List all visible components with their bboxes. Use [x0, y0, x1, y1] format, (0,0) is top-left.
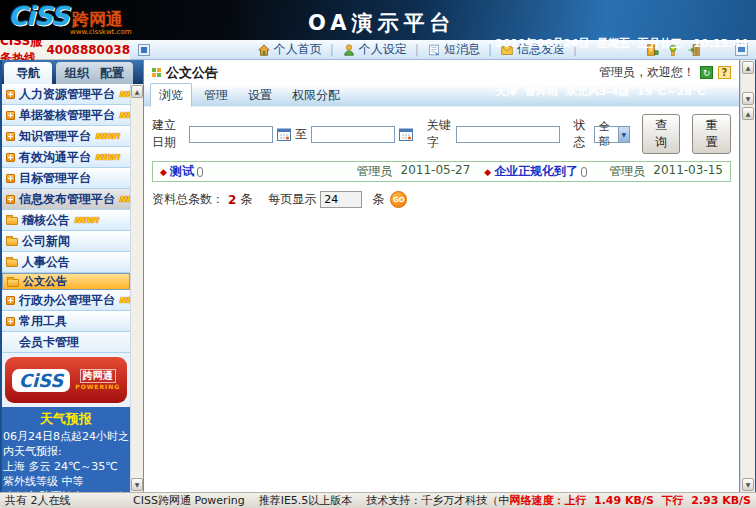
network-speed: 网络速度：上行 1.49 KB/S 下行 2.93 KB/S [509, 493, 751, 508]
sidebar-item-label: 单据签核管理平台 [19, 107, 115, 124]
top-banner: CiSS 跨网通 www.cisskwt.com OA演示平台 2011年06月… [0, 0, 756, 40]
bullet-diamond-icon: ◆ [160, 167, 167, 177]
sidebar-item-form-approval[interactable]: 单据签核管理平台 NEW! [2, 105, 130, 126]
per-page-label: 每页显示 [268, 191, 316, 208]
scroll-down-icon[interactable]: ▼ [131, 478, 143, 491]
sidebar-item-info-publish[interactable]: 信息发布管理平台 NEW! [2, 189, 130, 210]
new-badge: NEW! [95, 132, 120, 141]
per-page-unit: 条 [372, 191, 384, 208]
announcement-link[interactable]: 企业正规化到了 [494, 163, 578, 180]
page-title: OA演示平台 [308, 9, 456, 37]
sidebar-item-company-news[interactable]: 公司新闻 [2, 231, 130, 252]
sidebar-item-audit-notice[interactable]: 稽核公告 NEW! [2, 210, 130, 231]
sidebar-item-membercard[interactable]: 会员卡管理 [2, 332, 130, 353]
sidebar-tab-navigation[interactable]: 导航 [4, 62, 52, 84]
toolbar-separator: | [415, 43, 419, 57]
announcement-list: ◆ 测试 管理员 2011-05-27 ◆ 企业正规化到了 管理员 2011-0… [152, 161, 731, 182]
sidebar-item-label: 目标管理平台 [19, 170, 91, 187]
short-message-link[interactable]: 短消息 [427, 41, 480, 58]
sidebar-item-label: 会员卡管理 [19, 334, 79, 351]
announcement-meta: 管理员 2011-05-27 [357, 163, 471, 180]
logo-url: www.cisskwt.com [70, 29, 132, 36]
create-date-label: 建立日期 [152, 117, 185, 151]
datetime-weather: 2011年06月24日 星期五 五月廿三 10:13:44 天津 雷阵雨 东北风… [495, 4, 748, 132]
content-title: 公文公告 [166, 64, 218, 82]
announcement-author: 管理员 [609, 163, 645, 180]
tab-settings[interactable]: 设置 [240, 84, 280, 106]
tab-permissions[interactable]: 权限分配 [284, 84, 348, 106]
personal-home-link[interactable]: 个人首页 [257, 41, 322, 58]
weather-line: 哈尔滨 阵雨转多云 13℃～25℃ 南风4-5级 紫外线等级 中等 [3, 489, 129, 492]
tab-browse[interactable]: 浏览 [150, 83, 192, 107]
date-to-input[interactable] [311, 126, 395, 143]
sidebar-item-label: 有效沟通平台 [19, 149, 91, 166]
new-badge: NEW! [119, 296, 130, 305]
sidebar-item-label: 人事公告 [22, 254, 70, 271]
new-badge: NEW! [119, 111, 130, 120]
announcement-link[interactable]: 测试 [170, 163, 194, 180]
new-badge: NEW! [74, 216, 99, 225]
keyword-label: 关键字 [427, 117, 452, 151]
sidebar-tab-organization[interactable]: 组织 [65, 65, 89, 82]
folder-icon [6, 259, 18, 267]
sidebar-item-knowledge[interactable]: 知识管理平台 NEW! [2, 126, 130, 147]
sidebar-item-label: 公文公告 [23, 274, 67, 289]
announcement-row: ◆ 测试 管理员 2011-05-27 [153, 163, 477, 180]
go-button[interactable]: GO [390, 191, 407, 208]
calendar-icon[interactable] [399, 128, 413, 141]
sidebar-item-communication[interactable]: 有效沟通平台 NEW! [2, 147, 130, 168]
announcement-author: 管理员 [357, 163, 393, 180]
tab-manage[interactable]: 管理 [196, 84, 236, 106]
sidebar-scrollbar[interactable]: ▲ ▼ [130, 84, 143, 492]
scroll-down-icon[interactable]: ▼ [742, 478, 754, 491]
ciss-logo-tagline: POWERING [75, 383, 120, 390]
weather-panel: 天气预报 06月24日8点起24小时之内天气预报: 上海 多云 24℃～35℃ … [2, 407, 130, 492]
plus-icon [6, 132, 15, 141]
sidebar-tab-configuration[interactable]: 配置 [100, 65, 124, 82]
ciss-logo-badge: CiSS 跨网通 POWERING [5, 357, 127, 403]
scroll-up-icon[interactable]: ▲ [131, 85, 143, 98]
personal-settings-link[interactable]: 个人设定 [342, 41, 407, 58]
sidebar-item-doc-notice[interactable]: 公文公告 [2, 273, 130, 290]
per-page-input[interactable] [320, 191, 362, 208]
footer-info: CISS跨网通 Powering 推荐IE5.5以上版本 技术支持：千乡万才科技… [133, 493, 509, 508]
new-badge: NEW! [119, 90, 130, 99]
folder-icon [6, 238, 18, 246]
plus-icon [6, 317, 15, 326]
plus-icon [6, 111, 15, 120]
new-badge: NEW! [95, 153, 120, 162]
sidebar-item-common-tools[interactable]: 常用工具 [2, 311, 130, 332]
calendar-icon[interactable] [277, 128, 291, 141]
pagination-bar: 资料总条数： 2 条 每页显示 条 GO [144, 182, 739, 217]
weather-title: 天气预报 [3, 411, 129, 426]
sidebar-item-hr-platform[interactable]: 人力资源管理平台 NEW! [2, 84, 130, 105]
logo-text: CiSS [8, 1, 68, 31]
announcement-row: ◆ 企业正规化到了 管理员 2011-03-15 [477, 163, 730, 180]
message-icon [427, 43, 441, 57]
total-unit: 条 [240, 191, 252, 208]
sidebar-item-goal[interactable]: 目标管理平台 [2, 168, 130, 189]
sidebar-menu: 人力资源管理平台 NEW! 单据签核管理平台 NEW! 知识管理平台 NEW! [2, 84, 130, 353]
sidebar-item-admin-office[interactable]: 行政办公管理平台 NEW! [2, 290, 130, 311]
sidebar-item-label: 人力资源管理平台 [19, 86, 115, 103]
city-weather-text: 天津 雷阵雨 东北风3-4级 19℃～28℃ [495, 84, 748, 100]
total-count: 2 [228, 193, 236, 207]
module-grid-icon [152, 68, 161, 77]
folder-icon [6, 217, 18, 225]
service-hotline: CISS服务热线 4008880038 [0, 40, 130, 60]
sidebar-tabbar: 导航 组织 配置 [2, 60, 143, 84]
personal-home-label: 个人首页 [274, 41, 322, 58]
sidebar-item-hr-notice[interactable]: 人事公告 [2, 252, 130, 273]
collapse-icon[interactable] [138, 44, 150, 56]
date-from-input[interactable] [189, 126, 273, 143]
plus-icon [6, 296, 15, 305]
sidebar-tab-group: 组织 配置 [56, 62, 133, 84]
hotline-number: 4008880038 [47, 43, 131, 57]
sidebar: 人力资源管理平台 NEW! 单据签核管理平台 NEW! 知识管理平台 NEW! [2, 84, 130, 492]
attachment-icon [581, 167, 587, 177]
person-icon [342, 43, 356, 57]
total-label: 资料总条数： [152, 191, 224, 208]
ciss-logo-text: CiSS [12, 369, 71, 392]
online-count: 共有 2人在线 [5, 493, 133, 508]
announcement-date: 2011-03-15 [653, 163, 723, 180]
